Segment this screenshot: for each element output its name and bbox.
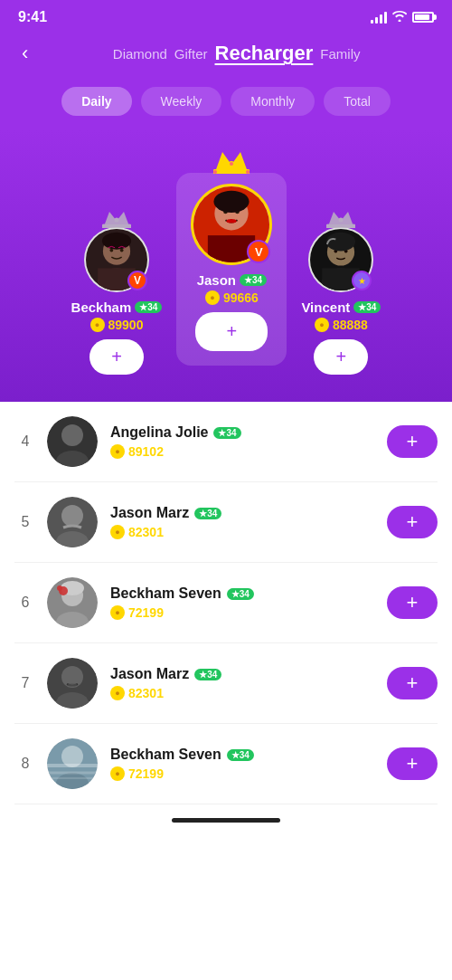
svg-point-41 [61,424,83,446]
list-coins-8: ● 72199 [110,766,387,781]
rank-2-avatar-wrapper: V [84,227,149,292]
list-level-4: ★34 [213,427,240,439]
rank-2-v-badge: V [127,271,147,290]
svg-point-11 [102,233,131,250]
list-item: 7 Jason Marz ★34 ● 82301 + [14,643,438,724]
list-info-5: Jason Marz ★34 ● 82301 [110,505,387,539]
leaderboard-list: 4 Angelina Jolie ★34 ● 89102 + 5 [0,402,452,804]
list-add-button-4[interactable]: + [387,425,438,458]
svg-point-27 [214,191,250,213]
nav-tabs: Diamond Gifter Recharger Family [35,42,438,65]
list-info-7: Jason Marz ★34 ● 82301 [110,666,387,700]
svg-point-19 [246,170,250,174]
list-info-8: Beckham Seven ★34 ● 72199 [110,747,387,781]
list-add-button-5[interactable]: + [387,506,438,538]
list-add-button-6[interactable]: + [387,586,438,619]
list-info-4: Angelina Jolie ★34 ● 89102 [110,424,387,459]
list-avatar-7 [47,658,98,709]
list-rank-5: 5 [14,514,36,530]
rank-1-highlight: V Jason ★34 ● 99666 + [176,173,287,366]
filter-total[interactable]: Total [324,87,391,116]
list-name-6: Beckham Seven ★34 [110,585,387,602]
list-coins-4: ● 89102 [110,444,387,459]
list-rank-6: 6 [14,595,36,611]
list-add-button-7[interactable]: + [387,667,438,699]
list-item: 6 Beckham Seven ★34 ● 72199 + [14,563,438,643]
rank-3-coins: ● 88888 [315,318,368,332]
top-nav: ‹ Diamond Gifter Recharger Family [0,31,452,80]
tab-gifter[interactable]: Gifter [174,46,208,62]
list-name-7: Jason Marz ★34 [110,666,387,682]
filter-monthly[interactable]: Monthly [231,87,315,116]
svg-point-2 [114,218,118,223]
list-info-6: Beckham Seven ★34 ● 72199 [110,585,387,620]
filter-tabs: Daily Weekly Monthly Total [0,80,452,130]
rank-3-crown-icon [326,205,355,234]
rank-1-card: V Jason ★34 ● 99666 + [176,148,287,366]
svg-point-51 [57,585,62,591]
wifi-icon [392,11,407,24]
status-icons [371,11,434,24]
list-level-6: ★34 [227,588,254,600]
rank-3-card: ★ Vincent ★34 ● 88888 + [301,205,381,375]
list-level-5: ★34 [194,508,221,519]
rank-3-level: ★34 [353,301,381,313]
home-bar [172,818,280,823]
home-indicator [0,804,452,835]
svg-point-55 [68,683,77,687]
status-time: 9:41 [18,9,47,25]
svg-point-44 [61,505,83,527]
list-add-button-8[interactable]: + [387,747,438,780]
list-rank-8: 8 [14,756,36,772]
rank-2-coins: ● 89900 [90,318,144,332]
list-coins-6: ● 72199 [110,605,387,620]
list-item: 8 Beckham Seven ★34 ● 72199 + [14,724,438,804]
rank-1-avatar-wrapper: V [191,184,272,265]
rank-1-v-badge: V [247,240,270,263]
list-name-8: Beckham Seven ★34 [110,747,387,763]
tab-family[interactable]: Family [320,46,360,62]
list-avatar-8 [47,738,98,789]
silver-crown-icon [102,205,131,234]
list-item: 5 Jason Marz ★34 ● 82301 + [14,482,438,563]
rank-3-add-button[interactable]: + [314,339,368,375]
list-avatar-5 [47,497,98,547]
leaderboard-top3: V Beckham ★34 ● 89900 + [0,130,452,402]
rank-2-level: ★34 [135,301,162,313]
rank-3-name: Vincent ★34 [301,300,381,315]
svg-rect-16 [214,169,249,174]
gold-crown-icon [213,148,250,180]
svg-rect-4 [103,224,130,228]
rank-1-coins: ● 99666 [191,290,272,305]
status-bar: 9:41 [0,0,452,31]
back-button[interactable]: ‹ [14,38,35,69]
rank-2-name: Beckham ★34 [71,300,163,315]
svg-point-30 [339,218,344,223]
list-rank-4: 4 [14,433,36,450]
rank-3-avatar-wrapper: ★ [308,227,373,292]
list-coins-7: ● 82301 [110,686,387,700]
tab-recharger[interactable]: Recharger [215,42,314,65]
list-level-8: ★34 [227,749,254,761]
svg-point-17 [213,170,217,174]
rank-2-card: V Beckham ★34 ● 89900 + [71,205,163,375]
svg-point-39 [326,233,355,252]
rank-3-star-badge: ★ [352,271,372,290]
filter-daily[interactable]: Daily [61,87,131,116]
tab-diamond[interactable]: Diamond [113,46,167,62]
signal-icon [371,11,387,24]
list-avatar-4 [47,416,98,467]
rank-1-level: ★34 [240,274,267,286]
filter-weekly[interactable]: Weekly [141,87,222,116]
list-avatar-6 [47,577,98,628]
list-level-7: ★34 [194,669,221,680]
list-name-4: Angelina Jolie ★34 [110,424,387,441]
rank-1-add-button[interactable]: + [195,312,268,351]
list-coins-5: ● 82301 [110,525,387,539]
svg-point-26 [227,219,237,224]
rank-1-name: Jason ★34 [191,272,272,288]
list-name-5: Jason Marz ★34 [110,505,387,521]
rank-2-add-button[interactable]: + [89,339,144,375]
list-rank-7: 7 [14,675,36,691]
svg-point-18 [230,162,233,166]
